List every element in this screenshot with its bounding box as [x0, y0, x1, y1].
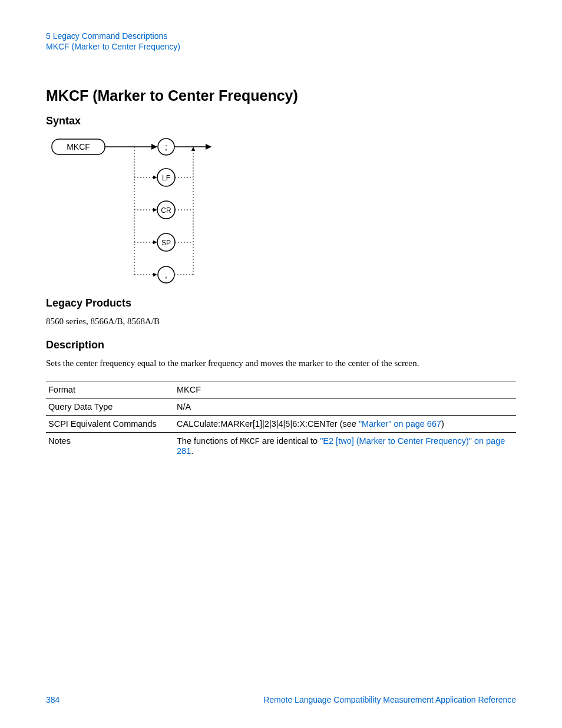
term-comma: ,	[165, 270, 167, 279]
syntax-diagram: MKCF ; LF CR SP ,	[46, 133, 516, 289]
notes-mono: MKCF	[240, 437, 260, 446]
query-label: Query Data Type	[46, 398, 174, 415]
info-table: Format MKCF Query Data Type N/A SCPI Equ…	[46, 381, 516, 459]
notes-label: Notes	[46, 432, 174, 459]
page-title: MKCF (Marker to Center Frequency)	[46, 87, 516, 104]
term-sp: SP	[161, 239, 171, 247]
legacy-text: 8560 series, 8566A/B, 8568A/B	[46, 315, 516, 328]
scpi-label: SCPI Equivalent Commands	[46, 415, 174, 432]
term-lf: LF	[162, 174, 170, 182]
legacy-heading: Legacy Products	[46, 297, 516, 309]
breadcrumb: 5 Legacy Command Descriptions MKCF (Mark…	[46, 31, 516, 52]
breadcrumb-chapter: 5 Legacy Command Descriptions	[46, 31, 516, 41]
table-row: Notes The functions of MKCF are identica…	[46, 432, 516, 459]
table-row: SCPI Equivalent Commands CALCulate:MARKe…	[46, 415, 516, 432]
table-row: Query Data Type N/A	[46, 398, 516, 415]
doc-title: Remote Language Compatibility Measuremen…	[263, 695, 516, 704]
scpi-prefix: CALCulate:MARKer[1]|2|3|4|5|6:X:CENTer (…	[177, 419, 359, 429]
notes-prefix: The functions of	[177, 436, 240, 446]
notes-value: The functions of MKCF are identical to "…	[174, 432, 516, 459]
notes-mid: are identical to	[260, 436, 320, 446]
scpi-suffix: )	[441, 419, 444, 429]
scpi-link[interactable]: "Marker" on page 667	[359, 419, 441, 429]
description-heading: Description	[46, 339, 516, 351]
term-semicolon: ;	[165, 142, 167, 151]
scpi-value: CALCulate:MARKer[1]|2|3|4|5|6:X:CENTer (…	[174, 415, 516, 432]
format-value: MKCF	[174, 381, 516, 398]
notes-suffix: .	[191, 446, 193, 456]
syntax-heading: Syntax	[46, 115, 516, 127]
syntax-command-node: MKCF	[67, 142, 90, 151]
page-footer: 384 Remote Language Compatibility Measur…	[46, 695, 516, 704]
query-value: N/A	[174, 398, 516, 415]
term-cr: CR	[161, 206, 171, 215]
description-text: Sets the center frequency equal to the m…	[46, 357, 516, 370]
table-row: Format MKCF	[46, 381, 516, 398]
format-label: Format	[46, 381, 174, 398]
page-number: 384	[46, 695, 59, 704]
breadcrumb-section: MKCF (Marker to Center Frequency)	[46, 41, 516, 52]
